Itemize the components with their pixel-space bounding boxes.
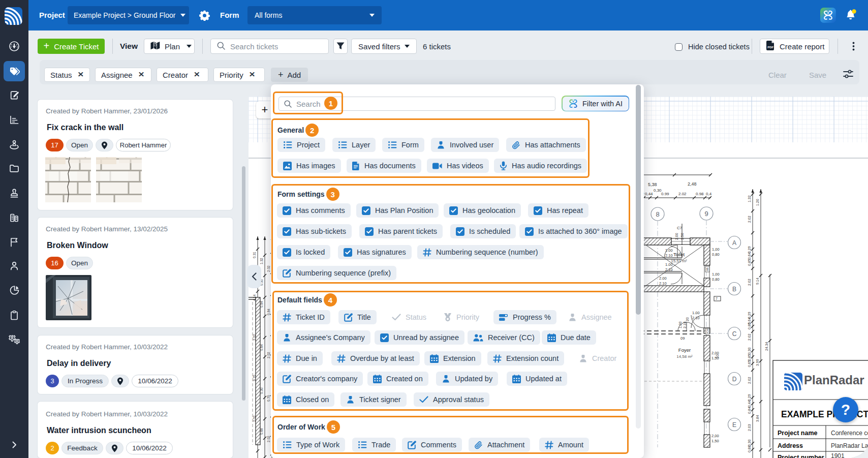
svg-text:C7: C7 <box>677 226 683 230</box>
svg-text:PlanRadar Lane 1: PlanRadar Lane 1 <box>831 442 868 449</box>
svg-text:1.32: 1.32 <box>260 258 263 264</box>
svg-text:Conference centre: Conference centre <box>831 430 868 437</box>
svg-text:9: 9 <box>704 210 708 218</box>
svg-text:2.02: 2.02 <box>267 265 270 272</box>
svg-text:A: A <box>732 239 736 247</box>
svg-text:0,30: 0,30 <box>654 188 662 193</box>
svg-text:0.29: 0.29 <box>748 246 751 253</box>
svg-text:1.00: 1.00 <box>692 311 700 315</box>
svg-text:1,00: 1,00 <box>712 247 720 252</box>
svg-text:0.98: 0.98 <box>696 192 704 196</box>
svg-text:09: 09 <box>680 336 685 341</box>
svg-text:2.00: 2.00 <box>659 276 667 281</box>
svg-text:0.44: 0.44 <box>748 400 751 407</box>
svg-text:2.02: 2.02 <box>748 377 751 384</box>
svg-text:2.10: 2.10 <box>659 281 667 286</box>
svg-text:0.84: 0.84 <box>267 309 270 315</box>
svg-text:2.10: 2.10 <box>692 316 700 320</box>
svg-text:0,44: 0,44 <box>645 192 653 196</box>
svg-text:1,00: 1,00 <box>678 321 682 328</box>
svg-text:0.70: 0.70 <box>267 395 270 402</box>
svg-text:0,4: 0,4 <box>706 192 712 196</box>
svg-text:15,51 m²: 15,51 m² <box>671 259 687 263</box>
svg-text:0.29: 0.29 <box>748 394 751 401</box>
svg-text:1,50: 1,50 <box>711 439 719 443</box>
svg-text:E: E <box>732 421 736 429</box>
svg-text:0.84: 0.84 <box>748 407 751 414</box>
svg-text:0,80: 0,80 <box>712 252 720 257</box>
svg-text:1901: 1901 <box>831 452 845 458</box>
svg-text:2.10: 2.10 <box>665 253 673 258</box>
svg-text:0.85: 0.85 <box>748 322 751 329</box>
svg-text:0.31: 0.31 <box>253 252 256 258</box>
svg-text:14,58 m²: 14,58 m² <box>676 354 693 359</box>
svg-text:2,48: 2,48 <box>688 181 697 187</box>
svg-text:9.14: 9.14 <box>756 278 759 285</box>
svg-text:8: 8 <box>656 210 659 218</box>
svg-text:0.30: 0.30 <box>748 347 751 354</box>
svg-text:2.00: 2.00 <box>675 233 678 240</box>
svg-text:PlanRadar: PlanRadar <box>804 373 864 387</box>
svg-text:C9: C9 <box>706 329 709 333</box>
svg-text:3.99: 3.99 <box>756 359 759 366</box>
svg-text:Foyer: Foyer <box>678 347 691 353</box>
svg-text:0.85: 0.85 <box>748 354 751 361</box>
svg-text:1.32: 1.32 <box>748 195 751 202</box>
svg-text:2.02: 2.02 <box>267 436 270 442</box>
svg-text:Project number: Project number <box>778 454 824 458</box>
svg-text:Address: Address <box>778 442 803 449</box>
svg-text:1.00: 1.00 <box>665 248 673 253</box>
svg-text:2.03: 2.03 <box>748 424 751 431</box>
svg-text:PDF: PDF <box>767 46 773 49</box>
svg-text:5,38: 5,38 <box>648 182 657 187</box>
svg-text:24.34: 24.34 <box>765 342 768 351</box>
svg-text:1.00: 1.00 <box>665 262 673 267</box>
svg-text:2.02: 2.02 <box>678 192 687 196</box>
svg-text:7: 7 <box>716 297 718 300</box>
svg-text:1,00: 1,00 <box>712 272 720 277</box>
svg-text:2.10: 2.10 <box>665 267 673 272</box>
svg-text:2,00: 2,00 <box>711 434 719 438</box>
svg-text:2.02: 2.02 <box>748 333 751 341</box>
svg-text:2,10: 2,10 <box>683 321 687 328</box>
svg-text:3.84: 3.84 <box>756 415 759 422</box>
svg-text:B: B <box>732 286 736 293</box>
svg-text:Project name: Project name <box>778 430 818 437</box>
svg-text:0.65: 0.65 <box>748 360 751 367</box>
svg-text:1.50: 1.50 <box>680 233 684 240</box>
svg-text:08: 08 <box>706 267 709 271</box>
svg-text:0.30: 0.30 <box>748 439 751 446</box>
svg-text:1.20: 1.20 <box>756 199 759 206</box>
svg-text:C: C <box>732 330 737 338</box>
svg-text:0,80: 0,80 <box>712 277 720 282</box>
svg-text:2.02: 2.02 <box>748 279 751 286</box>
svg-text:20: 20 <box>686 317 689 321</box>
svg-text:2.02: 2.02 <box>748 216 751 223</box>
svg-text:0.64: 0.64 <box>748 252 751 259</box>
svg-text:0.99: 0.99 <box>661 192 669 196</box>
svg-text:2.02: 2.02 <box>267 352 270 358</box>
svg-text:10: 10 <box>716 354 719 358</box>
svg-text:D: D <box>732 376 737 383</box>
svg-text:Toilet: Toilet <box>673 252 685 257</box>
svg-text:0.85: 0.85 <box>748 259 751 266</box>
svg-text:0.88: 0.88 <box>748 445 751 452</box>
